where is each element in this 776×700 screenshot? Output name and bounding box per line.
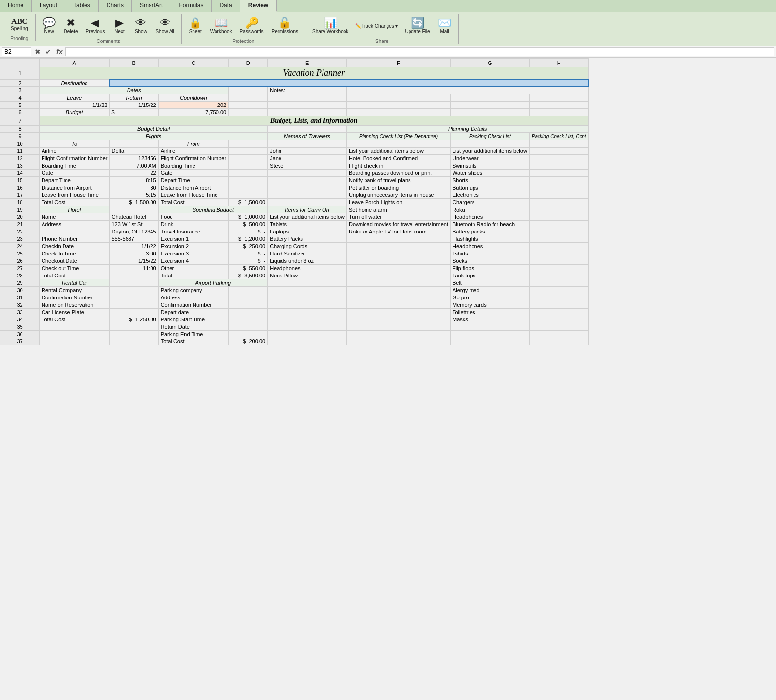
cell-B20[interactable]: Chateau Hotel [109,213,158,221]
cell-B15[interactable]: 8:15 [109,177,158,184]
cell-F11[interactable]: List your additional items below [346,148,450,155]
cell-A33[interactable]: Car License Plate [40,309,110,316]
new-comment-button[interactable]: 💬 New [40,16,59,36]
cell-C26[interactable]: Excursion 4 [158,257,229,265]
cell-H24[interactable] [529,243,588,250]
cell-H25[interactable] [529,250,588,257]
cell-F14[interactable]: Boarding passes download or print [346,170,450,177]
cell-A36[interactable] [40,331,110,338]
cell-B30[interactable] [109,287,158,294]
tab-review[interactable]: Review [240,0,277,12]
cell-D24[interactable]: $ 250.00 [229,243,268,250]
cell-G30[interactable]: Alergy med [450,287,529,294]
cell-B19[interactable] [109,206,158,213]
workbook-button[interactable]: 📖 Workbook [207,16,235,36]
cell-H13[interactable] [529,162,588,170]
cell-E25[interactable]: Hand Sanitizer [268,250,347,257]
cell-B35[interactable] [109,323,158,331]
cell-H10[interactable] [529,140,588,148]
col-header-G[interactable]: G [450,59,529,67]
cell-A16[interactable]: Distance from Airport [40,184,110,191]
cell-C37[interactable]: Total Cost [158,338,229,345]
cell-H22[interactable] [529,228,588,235]
confirm-icon[interactable]: ✔ [44,48,53,56]
cell-B28[interactable] [109,272,158,279]
cell-G18[interactable]: Chargers [450,199,529,206]
col-header-E[interactable]: E [268,59,347,67]
cell-E35[interactable] [268,323,347,331]
cell-F37[interactable] [346,338,450,345]
cell-F24[interactable] [346,243,450,250]
cell-B11[interactable]: Delta [109,148,158,155]
cell-A22[interactable] [40,228,110,235]
previous-button[interactable]: ◀ Previous [83,16,108,36]
cell-F26[interactable] [346,257,450,265]
cell-E5[interactable] [268,102,347,109]
cell-F36[interactable] [346,331,450,338]
cell-F31[interactable] [346,294,450,301]
cell-F17[interactable]: Unplug unneccesary items in house [346,191,450,199]
cell-D12[interactable] [229,155,268,162]
mail-button[interactable]: ✉️ Mail [435,16,454,36]
cell-C34[interactable]: Parking Start Time [158,316,229,323]
cell-E30[interactable] [268,287,347,294]
cell-B29[interactable] [109,279,158,287]
cell-D16[interactable] [229,184,268,191]
cell-G31[interactable]: Go pro [450,294,529,301]
cell-B24[interactable]: 1/1/22 [109,243,158,250]
cell-E32[interactable] [268,301,347,309]
cell-C6[interactable]: 7,750.00 [158,109,229,116]
cell-H34[interactable] [529,316,588,323]
cell-B16[interactable]: 30 [109,184,158,191]
cell-A6[interactable]: Budget [40,109,110,116]
cell-F29[interactable] [346,279,450,287]
cell-F3[interactable] [346,86,588,94]
cell-A26[interactable]: Checkout Date [40,257,110,265]
cell-E18[interactable] [268,199,347,206]
cell-F15[interactable]: Notify bank of travel plans [346,177,450,184]
cell-H4[interactable] [529,94,588,102]
cell-E14[interactable] [268,170,347,177]
formula-input[interactable] [65,47,774,56]
cell-F12[interactable]: Hotel Booked and Confirmed [346,155,450,162]
cell-A35[interactable] [40,323,110,331]
sheet-button[interactable]: 🔒 Sheet [186,16,205,36]
cell-G24[interactable]: Headphones [450,243,529,250]
cell-F21[interactable]: Download movies for travel entertainment [346,221,450,228]
cell-F25[interactable] [346,250,450,257]
cell-E19[interactable]: Items for Carry On [268,206,347,213]
cell-C14[interactable]: Gate [158,170,229,177]
cell-B18[interactable]: $ 1,500.00 [109,199,158,206]
cell-A4[interactable]: Leave [40,94,110,102]
cell-H35[interactable] [529,323,588,331]
cell-B37[interactable] [109,338,158,345]
cell-E29[interactable] [268,279,347,287]
cell-A32[interactable]: Name on Reservation [40,301,110,309]
cell-A27[interactable]: Check out Time [40,265,110,272]
cell-G34[interactable]: Masks [450,316,529,323]
spreadsheet-container[interactable]: A B C D E F G H 1 Vacation Planner 2 Des… [0,58,776,700]
cell-A14[interactable]: Gate [40,170,110,177]
col-header-H[interactable]: H [529,59,588,67]
cell-G29[interactable]: Belt [450,279,529,287]
cell-G19[interactable]: Roku [450,206,529,213]
cell-B12[interactable]: 123456 [109,155,158,162]
cell-H26[interactable] [529,257,588,265]
cell-A28[interactable]: Total Cost [40,272,110,279]
cell-E13[interactable]: Steve [268,162,347,170]
cell-G25[interactable]: Tshirts [450,250,529,257]
cell-H9[interactable]: Packing Check List, Cont [529,133,588,140]
cell-D11[interactable] [229,148,268,155]
cell-G33[interactable]: Toilettries [450,309,529,316]
cell-C19[interactable]: Spending Budget [158,206,268,213]
update-file-button[interactable]: 🔄 Update File [402,16,433,36]
cell-E16[interactable] [268,184,347,191]
cell-B36[interactable] [109,331,158,338]
cell-F5[interactable] [346,102,450,109]
cell-E24[interactable]: Charging Cords [268,243,347,250]
cell-C30[interactable]: Parking company [158,287,229,294]
cell-A9[interactable]: Flights [40,133,268,140]
cell-G32[interactable]: Memory cards [450,301,529,309]
cell-H36[interactable] [529,331,588,338]
cell-E21[interactable]: Tablets [268,221,347,228]
